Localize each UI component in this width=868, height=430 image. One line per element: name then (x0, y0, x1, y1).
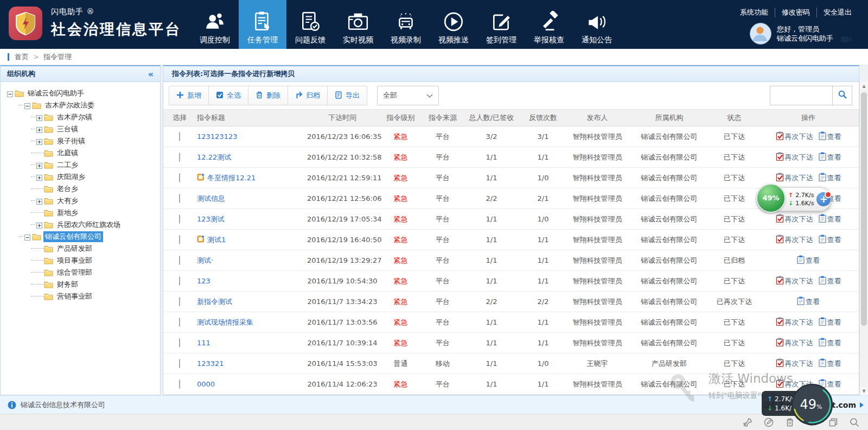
pill-plus-button[interactable]: + (816, 192, 831, 206)
row-checkbox[interactable] (179, 214, 180, 224)
row-checkbox[interactable] (179, 338, 180, 347)
speed-monitor-pill[interactable]: 49% ↑2.7K/s ↓1.6K/s + (757, 187, 831, 211)
toolbar-button-trash[interactable]: 删除 (248, 86, 288, 105)
nav-item-signin[interactable]: 签到管理 (477, 0, 525, 49)
nav-item-dispatch[interactable]: 调度控制 (191, 0, 239, 49)
view-action[interactable]: 查看 (819, 214, 841, 224)
tree-node-label[interactable]: 大有乡 (55, 195, 80, 206)
view-action[interactable]: 查看 (797, 255, 820, 265)
expand-node-icon[interactable] (36, 222, 42, 228)
view-action[interactable]: 查看 (819, 338, 841, 348)
expand-node-icon[interactable] (36, 198, 42, 204)
expand-node-icon[interactable] (36, 174, 42, 180)
tree-node-label[interactable]: 营销事业部 (55, 291, 94, 302)
header-link-0[interactable]: 系统功能 (733, 8, 775, 17)
resend-action[interactable]: 再次下达 (776, 152, 813, 162)
tree-node-label[interactable]: 新地乡 (55, 207, 80, 218)
breadcrumb-item-1[interactable]: 指令管理 (43, 53, 72, 61)
tree-node[interactable]: 综合管理部 (1, 267, 160, 279)
tree-node[interactable]: 项目事业部 (1, 255, 160, 267)
nav-item-camera[interactable]: 实时视频 (334, 0, 382, 49)
row-checkbox[interactable] (179, 297, 180, 306)
resend-action[interactable]: 再次下达 (776, 276, 813, 286)
breadcrumb-item-0[interactable]: 首页 (15, 53, 29, 61)
row-checkbox[interactable] (179, 132, 180, 141)
nav-item-car[interactable]: 视频录制 (382, 0, 430, 49)
instruction-title-link[interactable]: 0000 (197, 380, 215, 388)
instruction-title-link[interactable]: 123321 (197, 359, 224, 368)
row-checkbox[interactable] (179, 318, 180, 327)
nav-item-feedback[interactable]: 问题反馈 (286, 0, 334, 49)
tree-node[interactable]: 财务部 (1, 279, 160, 290)
expand-node-icon[interactable] (36, 162, 42, 168)
tree-node[interactable]: 兵团农六师红旗农场 (1, 219, 160, 231)
resend-action[interactable]: 再次下达 (776, 131, 813, 142)
tree-node[interactable]: 庆阳湖乡 (1, 171, 160, 183)
instruction-title-link[interactable]: 测试信息 (197, 194, 225, 204)
user-block[interactable]: 您好，管理员 锦诚云创闪电助手 (750, 23, 852, 45)
tree-node-label[interactable]: 庆阳湖乡 (55, 172, 87, 182)
view-action[interactable]: 查看 (819, 235, 841, 245)
taskbar-compose-icon[interactable] (764, 418, 774, 427)
scroll-down-arrow[interactable]: ▼ (860, 387, 868, 395)
resend-action[interactable]: 再次下达 (776, 214, 813, 224)
tree-node[interactable]: 北庭镇 (1, 147, 160, 159)
footer-arrow-icon[interactable] (860, 402, 864, 408)
resend-action[interactable]: 再次下达 (776, 338, 813, 348)
instruction-title-link[interactable]: 123 (197, 277, 210, 285)
header-link-1[interactable]: 修改密码 (775, 8, 817, 17)
view-action[interactable]: 查看 (819, 317, 841, 327)
tree-node-label[interactable]: 三台镇 (55, 124, 80, 135)
row-checkbox[interactable] (179, 256, 180, 265)
tree-node-label[interactable]: 老台乡 (55, 184, 80, 194)
toolbar-button-plus[interactable]: 新增 (169, 86, 208, 105)
expand-node-icon[interactable] (36, 115, 42, 121)
instruction-title-link[interactable]: 123123123 (197, 132, 237, 141)
resend-action[interactable]: 再次下达 (776, 317, 813, 327)
tree-node-label[interactable]: 项目事业部 (55, 255, 94, 266)
collapse-node-icon[interactable] (7, 91, 13, 97)
resend-action[interactable]: 再次下达 (776, 235, 813, 245)
view-action[interactable]: 查看 (819, 173, 841, 183)
view-action[interactable]: 查看 (819, 358, 841, 369)
collapse-node-icon[interactable] (24, 234, 30, 240)
instruction-title-link[interactable]: 111 (197, 339, 210, 347)
scrollbar-thumb[interactable] (861, 92, 867, 326)
tree-node[interactable]: 老台乡 (1, 183, 160, 195)
filter-dropdown[interactable]: 全部 (377, 86, 439, 105)
nav-item-play[interactable]: 视频推送 (430, 0, 477, 49)
tree-node-label[interactable]: 财务部 (55, 279, 80, 290)
instruction-title-link[interactable]: 123测试 (197, 214, 225, 224)
tree-node-label[interactable]: 综合管理部 (55, 267, 94, 278)
tree-node-label[interactable]: 二工乡 (55, 160, 80, 170)
resend-action[interactable]: 再次下达 (776, 173, 813, 183)
tree-node-label[interactable]: 吉木萨尔政法委 (43, 100, 96, 111)
collapse-node-icon[interactable] (24, 103, 30, 109)
nav-item-task[interactable]: 任务管理 (239, 0, 286, 49)
tree-node[interactable]: 泉子街镇 (1, 135, 160, 147)
search-button[interactable] (833, 86, 852, 105)
nav-item-gavel[interactable]: 举报核查 (525, 0, 573, 49)
tree-node[interactable]: 锦诚云创闪电助手 (1, 87, 160, 99)
nav-item-megaphone[interactable]: 通知公告 (573, 0, 621, 49)
toolbar-button-archive[interactable]: 归档 (288, 86, 327, 105)
resend-action[interactable]: 再次下达 (776, 358, 813, 369)
tree-node-label[interactable]: 产品研发部 (55, 243, 94, 254)
collapse-sidebar-icon[interactable]: « (148, 69, 154, 79)
taskbar-search2-icon[interactable] (850, 418, 859, 427)
instruction-title-link[interactable]: 测试· (197, 256, 213, 265)
tree-node[interactable]: 吉木萨尔镇 (1, 111, 160, 123)
memory-ball-percent[interactable]: 49% (756, 184, 786, 213)
tree-node[interactable]: 三台镇 (1, 123, 160, 135)
tree-node-label[interactable]: 北庭镇 (55, 148, 80, 159)
tree-node-label[interactable]: 锦诚云创闪电助手 (26, 88, 86, 99)
header-link-2[interactable]: 安全退出 (817, 8, 858, 17)
row-checkbox[interactable] (179, 276, 180, 286)
row-checkbox[interactable] (179, 359, 180, 368)
instruction-title-link[interactable]: 测试现场情报采集 (197, 318, 253, 327)
row-checkbox[interactable] (179, 380, 180, 389)
instruction-title-link[interactable]: 12.22测试 (197, 153, 231, 162)
tree-node-label[interactable]: 泉子街镇 (55, 136, 87, 147)
performance-ball[interactable]: 49% (791, 383, 833, 428)
tree-node[interactable]: 锦诚云创有限公司 (1, 231, 160, 243)
